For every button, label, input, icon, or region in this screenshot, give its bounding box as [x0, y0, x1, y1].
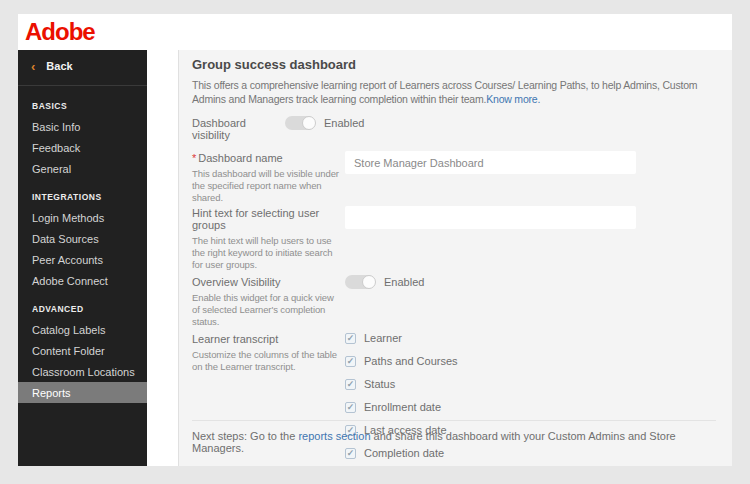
section-header-integrations: INTEGRATIONS — [18, 192, 147, 202]
section-header-basics: BASICS — [18, 101, 147, 111]
toggle-knob — [302, 116, 316, 130]
checkbox-row-status[interactable]: ✓ Status — [345, 378, 716, 390]
sidebar-item-data-sources[interactable]: Data Sources — [18, 228, 147, 249]
learner-transcript-label: Learner transcript — [192, 333, 345, 345]
back-chevron-icon: ‹ — [31, 61, 35, 72]
sidebar-item-classroom-locations[interactable]: Classroom Locations — [18, 361, 147, 382]
sidebar-item-content-folder[interactable]: Content Folder — [18, 340, 147, 361]
hint-text-label: Hint text for selecting user groups — [192, 207, 345, 231]
sidebar-section-basics: BASICS Basic Info Feedback General — [18, 101, 147, 179]
hint-text-helper: The hint text will help users to use the… — [192, 235, 342, 271]
section-header-advanced: ADVANCED — [18, 304, 147, 314]
required-asterisk: * — [192, 152, 196, 164]
dashboard-visibility-label: Dashboard visibility — [192, 116, 285, 141]
dashboard-name-helper: This dashboard will be visible under the… — [192, 168, 342, 204]
top-header: Adobe — [18, 14, 732, 50]
dashboard-settings-form: Dashboard visibility Enabled *Dashboard … — [192, 116, 716, 466]
checkbox-row-enrollment-date[interactable]: ✓ Enrollment date — [345, 401, 716, 413]
checkbox-label: Learner — [364, 332, 402, 344]
overview-visibility-state: Enabled — [384, 276, 424, 288]
app-window: Adobe ‹ Back BASICS Basic Info Feedback … — [18, 14, 732, 466]
sidebar-item-feedback[interactable]: Feedback — [18, 137, 147, 158]
checkbox-row-paths-and-courses[interactable]: ✓ Paths and Courses — [345, 355, 716, 367]
checkbox-checked-icon[interactable]: ✓ — [345, 402, 356, 413]
checkbox-label: Status — [364, 378, 395, 390]
sidebar-item-catalog-labels[interactable]: Catalog Labels — [18, 319, 147, 340]
sidebar-item-login-methods[interactable]: Login Methods — [18, 207, 147, 228]
back-button[interactable]: ‹ Back — [18, 50, 147, 80]
sidebar-section-advanced: ADVANCED Catalog Labels Content Folder C… — [18, 304, 147, 403]
description-text: This offers a comprehensive learning rep… — [192, 79, 697, 105]
main-content: Group success dashboard This offers a co… — [178, 50, 732, 466]
toggle-knob — [362, 275, 376, 289]
dashboard-name-label: *Dashboard name — [192, 152, 345, 164]
sidebar-content-gutter — [147, 50, 178, 466]
page-description: This offers a comprehensive learning rep… — [192, 79, 716, 106]
row-hint-text: Hint text for selecting user groups The … — [192, 206, 716, 271]
row-overview-visibility: Overview Visibility Enable this widget f… — [192, 275, 716, 328]
row-dashboard-visibility: Dashboard visibility Enabled — [192, 116, 716, 141]
row-dashboard-name: *Dashboard name This dashboard will be v… — [192, 151, 716, 204]
sidebar-item-adobe-connect[interactable]: Adobe Connect — [18, 270, 147, 291]
page-title: Group success dashboard — [192, 57, 716, 72]
checkbox-label: Paths and Courses — [364, 355, 458, 367]
checkbox-row-learner[interactable]: ✓ Learner — [345, 332, 716, 344]
reports-section-link[interactable]: reports section — [298, 430, 370, 442]
checkbox-checked-icon[interactable]: ✓ — [345, 333, 356, 344]
next-steps-prefix: Next steps: Go to the — [192, 430, 298, 442]
sidebar-item-general[interactable]: General — [18, 158, 147, 179]
adobe-logo: Adobe — [25, 20, 95, 44]
sidebar-item-basic-info[interactable]: Basic Info — [18, 116, 147, 137]
dashboard-visibility-state: Enabled — [324, 117, 364, 129]
next-steps-note: Next steps: Go to the reports section an… — [192, 420, 716, 454]
checkbox-label: Enrollment date — [364, 401, 441, 413]
sidebar-section-integrations: INTEGRATIONS Login Methods Data Sources … — [18, 192, 147, 291]
checkbox-checked-icon[interactable]: ✓ — [345, 379, 356, 390]
know-more-link[interactable]: Know more. — [486, 93, 540, 105]
sidebar-item-peer-accounts[interactable]: Peer Accounts — [18, 249, 147, 270]
checkbox-checked-icon[interactable]: ✓ — [345, 356, 356, 367]
dashboard-name-input[interactable] — [345, 151, 636, 174]
back-label: Back — [46, 60, 72, 72]
learner-transcript-helper: Customize the columns of the table on th… — [192, 349, 342, 373]
overview-visibility-toggle[interactable] — [345, 275, 375, 289]
settings-sidebar: ‹ Back BASICS Basic Info Feedback Genera… — [18, 50, 147, 466]
overview-visibility-helper: Enable this widget for a quick view of s… — [192, 292, 342, 328]
sidebar-divider — [18, 85, 147, 86]
hint-text-input[interactable] — [345, 206, 636, 229]
overview-visibility-label: Overview Visibility — [192, 276, 345, 288]
sidebar-item-reports[interactable]: Reports — [18, 382, 147, 403]
dashboard-visibility-toggle[interactable] — [285, 116, 315, 130]
